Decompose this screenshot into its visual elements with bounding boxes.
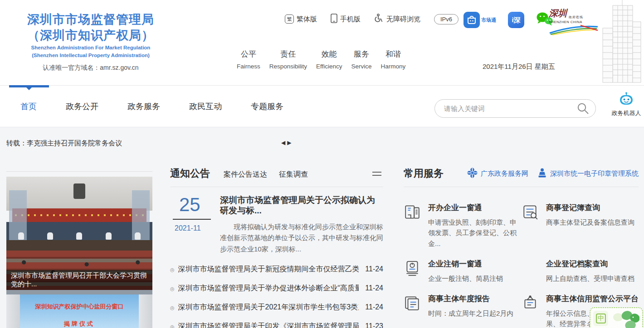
traditional-chinese-link[interactable]: 繁 繁体版 (285, 14, 317, 24)
deregistration-icon (404, 260, 422, 284)
notices-more-icon[interactable] (372, 169, 381, 178)
robot-label: 政务机器人 (611, 109, 641, 117)
bullet-icon: ◎ (170, 286, 175, 292)
clover-leaves-graphic (611, 311, 639, 328)
wheelchair-icon (374, 14, 384, 24)
main-nav: 首页 政务公开 政务服务 政民互动 专题服务 政务机器人 (0, 85, 644, 127)
photo-projector (73, 183, 85, 199)
site-header: 深圳市市场监督管理局 （深圳市知识产权局） Shenzhen Administr… (0, 0, 644, 85)
shenzhen-script-text: 深圳 (549, 7, 567, 19)
news-ticker[interactable]: 转载：李克强主持召开国务院常务会议 (6, 139, 122, 148)
shichangtong-app-link[interactable]: 市场通 (463, 12, 496, 28)
notices-divider (170, 187, 383, 187)
value-service: 服务Service (351, 49, 372, 70)
photo-column-divider (6, 171, 152, 172)
site-logo[interactable]: 深圳市市场监督管理局 （深圳市知识产权局） Shenzhen Administr… (14, 12, 168, 72)
active-tab-pointer (26, 87, 32, 90)
search-box (434, 99, 596, 118)
mobile-version-link[interactable]: 手机版 (331, 14, 361, 24)
featured-title[interactable]: 深圳市市场监督管理局关于公示拟确认为研发与标... (220, 195, 383, 216)
photo-speakers (18, 232, 141, 240)
service-registry-search[interactable]: 商事登记簿查询 商事主体登记及备案信息查询 (522, 203, 639, 249)
photo-news-secondary[interactable]: 深圳知识产权保护中心盐田分窗口 揭牌仪式 (6, 290, 152, 328)
photo-caption: 深圳市市场监督管理局召开干部大会学习贯彻党的十... (6, 270, 152, 290)
photo2-pillar-right (139, 294, 152, 328)
shenzhen-gov-logo[interactable]: 深圳 政府在线 SHENZHEN CHINA (549, 7, 602, 38)
ticker-controls: ◀ ▶ (281, 140, 291, 146)
core-values-row: 公平Fairness 责任Responsibility 效能Efficiency… (237, 49, 405, 70)
notice-list-item[interactable]: ◎ 深圳市市场监督管理局关于2021年深圳市学生书包等3类产... 11-24 (170, 303, 383, 312)
zhong-badge: 中 (593, 311, 608, 326)
header-quick-links: 繁 繁体版 手机版 无障碍浏览 IPv6 (285, 14, 459, 24)
bullet-icon: ◎ (170, 305, 175, 311)
photo-red-banner (12, 208, 146, 222)
robot-icon (618, 100, 634, 108)
featured-notice[interactable]: 25 2021-11 深圳市市场监督管理局关于公示拟确认为研发与标... 现将拟… (170, 195, 383, 255)
value-efficiency: 效能Efficiency (316, 49, 342, 70)
green-float-widget[interactable]: 中 (590, 307, 643, 328)
ipv6-badge[interactable]: IPv6 (434, 14, 459, 24)
featured-day: 25 (173, 195, 212, 214)
page: 深圳市市场监督管理局 （深圳市知识产权局） Shenzhen Administr… (0, 0, 644, 328)
accessibility-label: 无障碍浏览 (386, 15, 420, 24)
featured-month: 2021-11 (173, 224, 212, 232)
traditional-chinese-label: 繁体版 (297, 15, 317, 24)
credit-platform-icon (522, 294, 540, 328)
nav-item-interaction[interactable]: 政民互动 (189, 101, 222, 112)
accessibility-link[interactable]: 无障碍浏览 (374, 14, 420, 24)
notice-list-item[interactable]: ◎ 深圳市市场监督管理局关于新冠疫情期间全市仅经营乙类非... 11-24 (170, 265, 383, 274)
photo-news-column: 深圳市市场监督管理局召开干部大会学习贯彻党的十... 深圳知识产权保护中心盐田分… (6, 171, 152, 328)
services-divider (404, 187, 639, 187)
building-sketch-graphic (596, 0, 644, 86)
bullet-icon: ◎ (170, 267, 175, 273)
site-title-zh-2: （深圳市知识产权局） (14, 28, 168, 43)
services-section: 常用服务 广东政务服务网 深圳市统一电子印章管理系统 (404, 167, 639, 328)
gov-online-text: 政府在线 (569, 15, 583, 19)
seal-stamp-icon (537, 168, 547, 179)
main-content: 转载：李克强主持召开国务院常务会议 ◀ ▶ 深圳市市场监督管理局召开干部大会学习… (0, 127, 644, 328)
ticker-next-icon[interactable]: ▶ (287, 140, 291, 146)
photo-news-main[interactable]: 深圳市市场监督管理局召开干部大会学习贯彻党的十... (6, 177, 152, 290)
featured-date-block: 25 2021-11 (170, 195, 212, 255)
photo2-ceiling (6, 290, 152, 294)
current-date: 2021年11月26日 星期五 (483, 63, 555, 71)
nav-item-gov-services[interactable]: 政务服务 (127, 101, 160, 112)
ishenzhen-app-icon[interactable]: i深 (508, 12, 524, 28)
value-harmony: 和谐Harmony (381, 49, 406, 70)
tab-case-announcements[interactable]: 案件公告送达 (224, 170, 267, 179)
featured-summary: 现将拟确认为研发与标准化同步示范企业和深圳标准创新示范基地的单位予以公示，其中研… (220, 222, 383, 255)
registry-search-icon (522, 203, 540, 249)
pinwheel-flower-icon (467, 168, 478, 179)
mobile-phone-icon (331, 14, 337, 24)
notices-title: 通知公告 (170, 167, 210, 180)
notice-list: ◎ 深圳市市场监督管理局关于新冠疫情期间全市仅经营乙类非... 11-24 ◎ … (170, 265, 383, 328)
color-swoosh-graphic (549, 24, 600, 36)
gov-robot-button[interactable]: 政务机器人 (611, 92, 641, 117)
shenzhen-china-text: SHENZHEN CHINA (549, 20, 602, 24)
service-archive-search[interactable]: 企业登记档案查询 网上自助查档、受理申请查档 (522, 259, 639, 284)
nav-item-special-services[interactable]: 专题服务 (251, 101, 283, 112)
zhong-character: 中 (596, 314, 606, 323)
search-input[interactable] (444, 105, 577, 112)
mobile-version-label: 手机版 (340, 15, 361, 24)
annual-report-icon (404, 294, 422, 328)
notice-list-item[interactable]: ◎ 深圳市市场监督管理局关于印发《深圳市市场监督管理局商... 11-23 (170, 322, 383, 328)
value-fairness: 公平Fairness (237, 49, 260, 70)
service-deregistration[interactable]: 企业注销一窗通 企业一般注销、简易注销 (404, 259, 522, 284)
service-annual-report[interactable]: 商事主体年度报告 时间：成立周年之日起2月内 (404, 294, 522, 328)
shichangtong-label: 市场通 (481, 17, 496, 24)
service-open-business[interactable]: 开办企业一窗通 申请营业执照、刻制印章、申领发票、员工参保登记、公积金... (404, 203, 522, 249)
shichangtong-app-icon (463, 12, 480, 28)
nav-item-home[interactable]: 首页 (20, 101, 37, 112)
photo2-banner-line2: 揭牌仪式 (20, 320, 139, 328)
tab-surveys[interactable]: 征集调查 (279, 170, 308, 179)
site-title-zh-1: 深圳市市场监督管理局 (14, 12, 168, 28)
official-domain-note: 认准唯一官方域名：amr.sz.gov.cn (14, 64, 168, 72)
notice-list-item[interactable]: ◎ 深圳市市场监督管理局关于举办促进体外诊断企业“高质量... 11-24 (170, 284, 383, 293)
guangdong-gov-portal-link[interactable]: 广东政务服务网 (467, 168, 528, 179)
ticker-prev-icon[interactable]: ◀ (281, 140, 285, 146)
nav-item-gov-info[interactable]: 政务公开 (66, 101, 98, 112)
search-icon[interactable] (577, 102, 589, 115)
eseal-system-link[interactable]: 深圳市统一电子印章管理系统 (537, 168, 639, 179)
photo2-pillar-left (6, 294, 20, 328)
